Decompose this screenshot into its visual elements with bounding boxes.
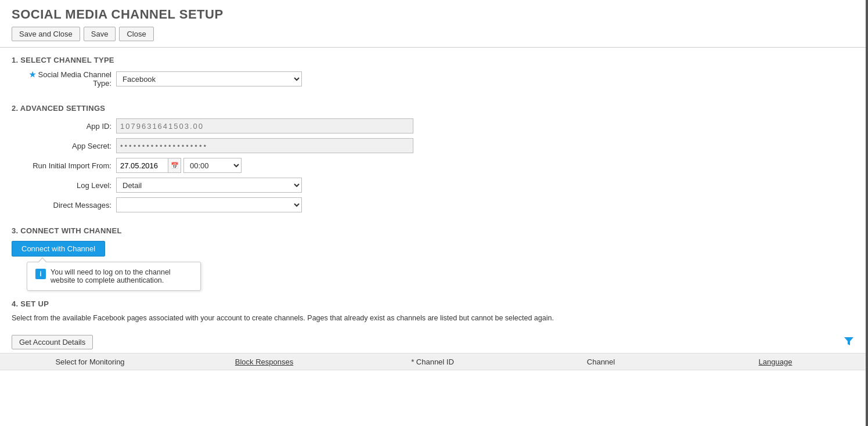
table-header: Select for Monitoring Block Responses * … bbox=[0, 353, 866, 370]
section-select-channel-type: 1. SELECT CHANNEL TYPE ★ Social Media Ch… bbox=[0, 48, 866, 96]
section-advanced-settings: 2. ADVANCED SETTINGS App ID: App Secret:… bbox=[0, 96, 866, 221]
save-and-close-button[interactable]: Save and Close bbox=[12, 27, 80, 41]
app-secret-row: App Secret: bbox=[12, 138, 854, 153]
log-level-row: Log Level: Detail Info Warning Error bbox=[12, 178, 854, 193]
app-id-row: App ID: bbox=[12, 118, 854, 133]
channel-type-row: ★ Social Media Channel Type: Facebook Tw… bbox=[12, 70, 854, 88]
direct-messages-row: Direct Messages: Enabled Disabled bbox=[12, 197, 854, 212]
run-import-label: Run Initial Import From: bbox=[12, 161, 116, 170]
save-button[interactable]: Save bbox=[84, 27, 116, 41]
log-level-select[interactable]: Detail Info Warning Error bbox=[116, 178, 302, 193]
page-wrapper: SOCIAL MEDIA CHANNEL SETUP Save and Clos… bbox=[0, 0, 868, 426]
th-select-monitoring: Select for Monitoring bbox=[0, 355, 180, 369]
calendar-icon[interactable]: 📅 bbox=[168, 158, 181, 173]
channel-type-select[interactable]: Facebook Twitter LinkedIn Instagram bbox=[116, 71, 302, 86]
th-language: Language bbox=[685, 355, 866, 369]
close-button[interactable]: Close bbox=[119, 27, 153, 41]
tooltip-arrow-inner bbox=[39, 258, 46, 262]
section1-title: 1. SELECT CHANNEL TYPE bbox=[12, 56, 854, 64]
run-import-row: Run Initial Import From: 📅 00:00 01:00 0… bbox=[12, 158, 854, 173]
direct-messages-select[interactable]: Enabled Disabled bbox=[116, 197, 302, 212]
section4-title: 4. SET UP bbox=[12, 299, 854, 308]
channel-type-label-text: Social Media Channel Type: bbox=[38, 70, 111, 88]
section2-title: 2. ADVANCED SETTINGS bbox=[12, 104, 854, 113]
channel-type-label: ★ Social Media Channel Type: bbox=[12, 70, 116, 88]
svg-marker-0 bbox=[844, 337, 853, 345]
app-secret-label: App Secret: bbox=[12, 142, 116, 150]
th-channel: Channel bbox=[517, 355, 685, 369]
connect-button-wrapper: Connect with Channel i You will need to … bbox=[12, 241, 105, 257]
connect-with-channel-button[interactable]: Connect with Channel bbox=[12, 241, 105, 257]
th-channel-id: * Channel ID bbox=[348, 355, 517, 369]
section-connect-channel: 3. CONNECT WITH CHANNEL Connect with Cha… bbox=[0, 221, 866, 260]
log-level-label: Log Level: bbox=[12, 181, 116, 190]
info-icon: i bbox=[35, 269, 46, 279]
required-star: ★ bbox=[29, 70, 36, 79]
tooltip-popup: i You will need to log on to the channel… bbox=[27, 262, 201, 291]
get-account-details-button[interactable]: Get Account Details bbox=[12, 335, 93, 349]
filter-icon[interactable] bbox=[844, 336, 854, 349]
section-setup: 4. SET UP Select from the available Face… bbox=[0, 294, 866, 331]
th-block-responses: Block Responses bbox=[180, 355, 348, 369]
direct-messages-label: Direct Messages: bbox=[12, 201, 116, 210]
app-secret-input[interactable] bbox=[116, 138, 413, 153]
setup-description: Select from the available Facebook pages… bbox=[12, 314, 854, 322]
get-account-row: Get Account Details bbox=[0, 331, 866, 353]
tooltip-box: i You will need to log on to the channel… bbox=[27, 262, 201, 291]
page-title: SOCIAL MEDIA CHANNEL SETUP bbox=[0, 0, 866, 27]
tooltip-text: You will need to log on to the channel w… bbox=[51, 268, 192, 284]
run-import-time-select[interactable]: 00:00 01:00 02:00 06:00 12:00 bbox=[183, 158, 242, 173]
app-id-label: App ID: bbox=[12, 122, 116, 131]
app-id-input[interactable] bbox=[116, 118, 413, 133]
toolbar: Save and Close Save Close bbox=[0, 27, 866, 48]
section3-title: 3. CONNECT WITH CHANNEL bbox=[12, 226, 854, 235]
run-import-date-input[interactable] bbox=[116, 158, 168, 173]
